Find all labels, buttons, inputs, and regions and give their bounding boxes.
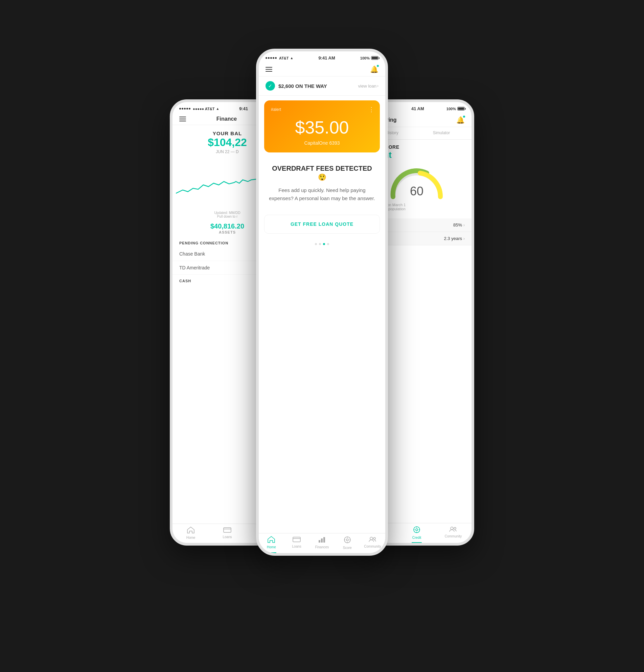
tab-community-label-center: Community [364, 544, 381, 548]
loans-icon-left [223, 527, 231, 535]
svg-point-16 [416, 529, 418, 531]
home-icon-left [187, 527, 195, 535]
tab-credit-right[interactable]: Credit [398, 523, 435, 543]
dot-4 [327, 243, 329, 245]
credit-icon-right [413, 526, 420, 535]
tab-score-center[interactable]: Score [335, 533, 360, 553]
tab-finances-center[interactable]: Finances [309, 533, 335, 553]
community-icon-center [369, 536, 377, 544]
overdraft-section: OVERDRAFT FEES DETECTED 😲 Fees add up qu… [259, 157, 385, 209]
bell-dot-center [376, 64, 379, 67]
battery-pct-right: 100% [446, 107, 456, 111]
svg-rect-6 [321, 539, 323, 542]
svg-rect-5 [319, 540, 320, 542]
bell-icon-center[interactable]: 🔔 [370, 65, 378, 73]
battery-right: 100% [446, 107, 465, 111]
nav-title-left: Finance [216, 116, 237, 122]
view-loan-link[interactable]: view loan › [358, 84, 378, 88]
dot-1 [315, 243, 317, 245]
carrier-name-left: ●●●●● AT&T [193, 107, 214, 111]
alert-tag: #alert [271, 107, 373, 112]
tab-home-label-center: Home [267, 545, 276, 549]
check-icon: ✓ [266, 81, 275, 91]
chevron-right-icon-2: › [464, 236, 465, 241]
alert-amount: $35.00 [271, 117, 373, 137]
overdraft-title: OVERDRAFT FEES DETECTED 😲 [267, 164, 377, 181]
dot-2 [319, 243, 321, 245]
score-icon-center [344, 536, 351, 545]
wifi-icon-left: ▲ [216, 107, 219, 110]
stat-value-1: 85% › [453, 223, 465, 228]
tab-loans-center[interactable]: Loans [284, 533, 309, 553]
bell-icon-right[interactable]: 🔔 [456, 116, 465, 124]
finances-icon-center [318, 536, 326, 544]
home-icon-center [268, 536, 275, 544]
loan-text: $2,600 ON THE WAY [278, 83, 358, 89]
center-screen: AT&T ▲ 9:41 AM 100% [259, 51, 385, 553]
tab-simulator[interactable]: Simulator [417, 127, 466, 139]
battery-icon-center [371, 56, 378, 60]
chevron-right-icon: › [377, 84, 378, 88]
alert-subtitle: CapitalOne 6393 [271, 140, 373, 146]
tab-score-label-center: Score [343, 546, 352, 550]
tab-bar-center: Home Loans [259, 533, 385, 553]
svg-point-9 [346, 539, 348, 541]
chevron-right-icon-1: › [464, 223, 465, 228]
time-right: 41 AM [411, 106, 424, 111]
menu-button-center[interactable] [266, 67, 272, 72]
tab-home-label-left: Home [186, 536, 196, 540]
tab-credit-label-right: Credit [412, 536, 421, 540]
tab-community-label-right: Community [445, 535, 462, 538]
signal-dots [179, 108, 190, 109]
dot-3 [323, 243, 325, 245]
phones-container: ●●●●● AT&T ▲ 9:41 Finance [170, 49, 474, 623]
svg-point-10 [370, 537, 373, 540]
loan-banner[interactable]: ✓ $2,600 ON THE WAY view loan › [259, 76, 385, 96]
svg-point-17 [450, 527, 453, 530]
tab-community-center[interactable]: Community [360, 533, 385, 553]
tab-loans-label-center: Loans [292, 544, 301, 548]
signal-dots-center [266, 57, 277, 59]
time-left: 9:41 [239, 106, 248, 111]
loans-icon-center [293, 536, 301, 544]
svg-rect-7 [323, 537, 325, 542]
wifi-icon-center: ▲ [290, 56, 294, 60]
carrier-left: ●●●●● AT&T ▲ [179, 107, 219, 111]
tab-community-right[interactable]: Community [435, 523, 471, 543]
stat-value-2: 2.3 years › [444, 236, 465, 241]
bell-dot-right [463, 115, 465, 118]
tab-home-center[interactable]: Home [259, 533, 284, 553]
overdraft-text: Fees add up quickly. Need help paying ex… [267, 186, 377, 203]
tab-finances-label-center: Finances [315, 545, 329, 549]
alert-menu-icon[interactable]: ⋮ [368, 106, 374, 113]
svg-point-18 [454, 527, 456, 529]
carrier-center: AT&T ▲ [266, 56, 293, 60]
tab-home-left[interactable]: Home [173, 524, 209, 543]
nav-bar-center: 🔔 [259, 62, 385, 76]
menu-button-left[interactable] [179, 117, 186, 121]
status-bar-center: AT&T ▲ 9:41 AM 100% [259, 51, 385, 62]
carrier-name-center: AT&T [279, 56, 289, 60]
loan-cta[interactable]: GET FREE LOAN QUOTE [264, 215, 380, 233]
tab-loans-left[interactable]: Loans [209, 524, 246, 543]
gauge-number: 60 [410, 184, 423, 199]
gauge-container: 60 [386, 163, 447, 200]
time-center: 9:41 AM [318, 56, 335, 60]
tab-loans-label-left: Loans [223, 535, 232, 539]
svg-rect-0 [224, 528, 231, 532]
svg-point-11 [373, 538, 375, 540]
loan-cta-label[interactable]: GET FREE LOAN QUOTE [291, 221, 353, 227]
phone-center: AT&T ▲ 9:41 AM 100% [256, 49, 388, 556]
battery-pct-center: 100% [360, 56, 370, 60]
svg-rect-4 [293, 537, 300, 542]
dots-indicator [259, 240, 385, 251]
battery-icon-right [457, 107, 465, 110]
alert-card: #alert ⋮ $35.00 CapitalOne 6393 [264, 100, 380, 153]
battery-center: 100% [360, 56, 378, 60]
community-icon-right [449, 526, 457, 534]
